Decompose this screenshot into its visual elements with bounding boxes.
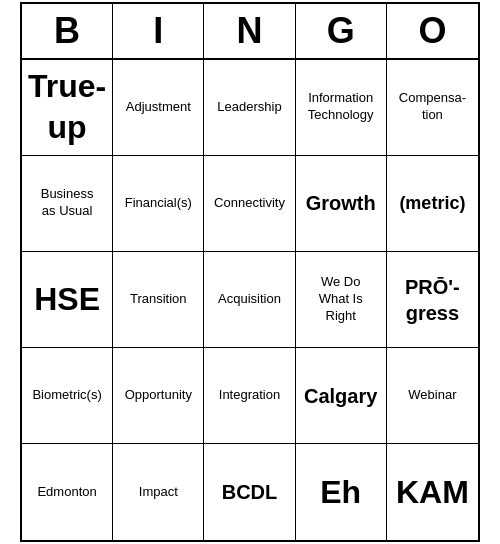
cell-text: Calgary	[304, 383, 377, 409]
bingo-grid: True-upAdjustmentLeadershipInformationTe…	[22, 60, 478, 541]
cell-text: Financial(s)	[125, 195, 192, 212]
bingo-cell: Calgary	[296, 348, 387, 444]
cell-text: Impact	[139, 484, 178, 501]
bingo-cell: Businessas Usual	[22, 156, 113, 252]
bingo-cell: Transition	[113, 252, 204, 348]
cell-text: Edmonton	[37, 484, 96, 501]
bingo-cell: InformationTechnology	[296, 60, 387, 156]
cell-text: Adjustment	[126, 99, 191, 116]
bingo-cell: Compensa-tion	[387, 60, 478, 156]
bingo-cell: BCDL	[204, 444, 295, 540]
cell-text: Growth	[306, 190, 376, 216]
bingo-cell: (metric)	[387, 156, 478, 252]
cell-text: InformationTechnology	[308, 90, 374, 124]
cell-text: HSE	[34, 279, 100, 321]
cell-text: Integration	[219, 387, 280, 404]
header-letter: O	[387, 4, 478, 58]
cell-text: KAM	[396, 472, 469, 514]
cell-text: Businessas Usual	[41, 186, 94, 220]
bingo-cell: Financial(s)	[113, 156, 204, 252]
cell-text: Webinar	[408, 387, 456, 404]
bingo-cell: Edmonton	[22, 444, 113, 540]
header-letter: G	[296, 4, 387, 58]
bingo-cell: Growth	[296, 156, 387, 252]
cell-text: Opportunity	[125, 387, 192, 404]
bingo-cell: Adjustment	[113, 60, 204, 156]
cell-text: PRŌ'-gress	[405, 274, 460, 326]
cell-text: (metric)	[399, 192, 465, 215]
bingo-cell: Eh	[296, 444, 387, 540]
cell-text: Eh	[320, 472, 361, 514]
bingo-cell: Biometric(s)	[22, 348, 113, 444]
bingo-cell: KAM	[387, 444, 478, 540]
header-letter: I	[113, 4, 204, 58]
bingo-cell: Opportunity	[113, 348, 204, 444]
bingo-cell: HSE	[22, 252, 113, 348]
bingo-cell: Integration	[204, 348, 295, 444]
bingo-cell: True-up	[22, 60, 113, 156]
bingo-cell: Acquisition	[204, 252, 295, 348]
cell-text: Connectivity	[214, 195, 285, 212]
bingo-cell: Connectivity	[204, 156, 295, 252]
cell-text: Leadership	[217, 99, 281, 116]
cell-text: BCDL	[222, 479, 278, 505]
cell-text: Acquisition	[218, 291, 281, 308]
bingo-cell: Leadership	[204, 60, 295, 156]
bingo-header: BINGO	[22, 4, 478, 60]
cell-text: Biometric(s)	[32, 387, 101, 404]
bingo-cell: PRŌ'-gress	[387, 252, 478, 348]
cell-text: Transition	[130, 291, 187, 308]
bingo-cell: We DoWhat IsRight	[296, 252, 387, 348]
bingo-cell: Webinar	[387, 348, 478, 444]
cell-text: Compensa-tion	[399, 90, 466, 124]
header-letter: N	[204, 4, 295, 58]
cell-text: We DoWhat IsRight	[319, 274, 363, 325]
bingo-card: BINGO True-upAdjustmentLeadershipInforma…	[20, 2, 480, 543]
bingo-cell: Impact	[113, 444, 204, 540]
header-letter: B	[22, 4, 113, 58]
cell-text: True-up	[28, 66, 106, 149]
